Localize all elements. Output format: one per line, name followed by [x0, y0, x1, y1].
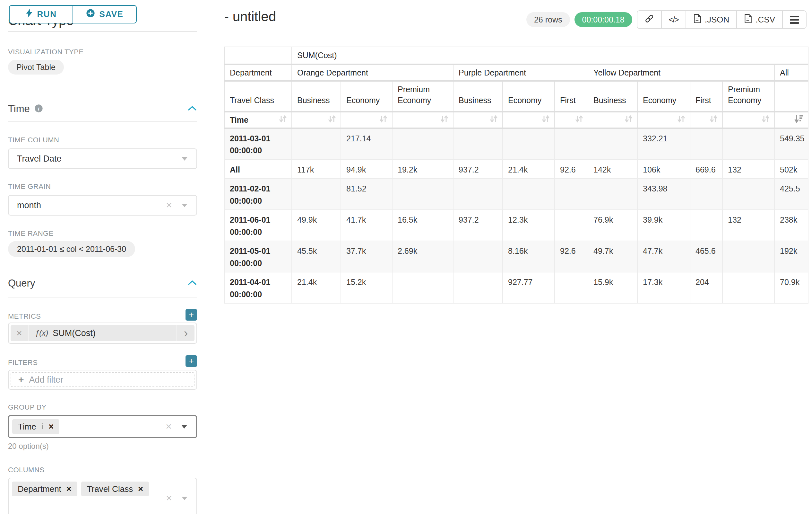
columns-label: COLUMNS: [8, 466, 197, 474]
pivot-cell: [588, 128, 637, 160]
chart-title[interactable]: - untitled: [224, 9, 276, 24]
sort-icon[interactable]: [761, 114, 770, 126]
time-column-label: TIME COLUMN: [8, 136, 197, 144]
chevron-right-icon[interactable]: ›: [176, 325, 195, 341]
export-json-button[interactable]: .JSON: [686, 11, 736, 28]
columns-chip-department[interactable]: Department ×: [12, 482, 77, 496]
column-info-icon[interactable]: i: [41, 422, 44, 431]
department-group-header: Orange Department: [292, 64, 453, 81]
columns-chip-travel-class[interactable]: Travel Class ×: [81, 482, 149, 496]
sort-icon[interactable]: [574, 114, 584, 126]
caret-down-icon: [182, 204, 187, 207]
export-csv-label: .CSV: [755, 15, 775, 25]
file-document-icon: [693, 14, 702, 25]
sort-icon[interactable]: [676, 114, 686, 126]
columns-select[interactable]: Department × Travel Class × ×: [8, 478, 197, 514]
chevron-up-icon[interactable]: [187, 105, 197, 112]
columns-chip-label: Department: [18, 484, 61, 494]
sort-descending-icon[interactable]: [794, 114, 804, 126]
save-button[interactable]: SAVE: [73, 5, 137, 23]
pivot-cell: 502k: [775, 160, 808, 179]
filters-field: + Add filter: [8, 370, 197, 390]
sort-header[interactable]: [588, 112, 637, 128]
clear-icon[interactable]: ×: [166, 200, 172, 210]
pivot-cell: 332.21: [637, 128, 690, 160]
pivot-cell: 425.5: [775, 179, 808, 210]
chart-area: - untitled 26 rows 00:00:00.18 </> .JSON: [208, 0, 812, 514]
sort-header[interactable]: [392, 112, 453, 128]
row-header: 2011-04-01 00:00:00: [224, 272, 292, 303]
add-filter-button[interactable]: + Add filter: [10, 372, 195, 387]
add-metric-button[interactable]: +: [185, 309, 197, 321]
pivot-cell: 15.2k: [341, 272, 392, 303]
remove-chip-icon[interactable]: ×: [138, 484, 143, 494]
metric-chip-label: SUM(Cost): [53, 328, 96, 338]
remove-chip-icon[interactable]: ×: [49, 422, 54, 432]
pivot-cell: 39.9k: [637, 210, 690, 241]
query-section-title: Query: [8, 277, 35, 289]
pivot-cell: [453, 241, 502, 272]
pivot-row: 2011-02-01 00:00:0081.52343.98425.5: [224, 179, 808, 210]
query-section-header[interactable]: Query: [8, 277, 197, 289]
columns-chip-label: Travel Class: [87, 484, 133, 494]
sort-header[interactable]: [690, 112, 722, 128]
clear-icon[interactable]: ×: [166, 493, 172, 503]
sort-icon[interactable]: [327, 114, 337, 126]
row-header: 2011-03-01 00:00:00: [224, 128, 292, 160]
sort-icon[interactable]: [489, 114, 498, 126]
sort-icon[interactable]: [278, 114, 288, 126]
sort-icon[interactable]: [709, 114, 718, 126]
pivot-cell: [502, 179, 555, 210]
time-range-pill[interactable]: 2011-01-01 ≤ col < 2011-06-30: [8, 241, 135, 257]
travel-class-header: Economy: [637, 81, 690, 112]
pivot-cell: [392, 128, 453, 160]
sort-header[interactable]: [453, 112, 502, 128]
department-group-header: Purple Department: [453, 64, 588, 81]
sort-header[interactable]: [555, 112, 588, 128]
pivot-cell: [555, 210, 588, 241]
visualization-type-pill[interactable]: Pivot Table: [8, 60, 64, 75]
pivot-cell: 238k: [775, 210, 808, 241]
menu-button[interactable]: [782, 11, 806, 28]
pivot-cell: [690, 179, 722, 210]
export-csv-button[interactable]: .CSV: [736, 11, 782, 28]
pivot-cell: 217.14: [341, 128, 392, 160]
pivot-cell: 47.7k: [637, 241, 690, 272]
code-icon: </>: [669, 15, 678, 24]
add-filter-plus-button[interactable]: +: [185, 355, 197, 367]
pivot-cell: 16.5k: [392, 210, 453, 241]
chevron-up-icon[interactable]: [187, 280, 197, 287]
pivot-cell: 21.4k: [292, 272, 341, 303]
caret-down-icon: [182, 497, 187, 500]
embed-code-button[interactable]: </>: [661, 11, 686, 28]
share-link-button[interactable]: [637, 11, 661, 28]
time-column-select[interactable]: Travel Date: [8, 148, 197, 169]
sort-icon[interactable]: [439, 114, 449, 126]
sort-header[interactable]: [722, 112, 775, 128]
sort-header[interactable]: [292, 112, 341, 128]
sort-header[interactable]: [637, 112, 690, 128]
remove-chip-icon[interactable]: ×: [66, 484, 71, 494]
sort-header[interactable]: [502, 112, 555, 128]
row-dimension-sort-header[interactable]: Time: [224, 112, 292, 128]
sort-icon[interactable]: [378, 114, 388, 126]
pivot-corner-cell: [224, 47, 292, 64]
pivot-cell: 41.7k: [341, 210, 392, 241]
run-button[interactable]: RUN: [9, 5, 73, 23]
remove-metric-icon[interactable]: ×: [10, 325, 29, 341]
plus-icon: +: [18, 374, 24, 385]
sort-header[interactable]: [341, 112, 392, 128]
sort-icon[interactable]: [541, 114, 550, 126]
divider: [8, 31, 197, 32]
clear-icon[interactable]: ×: [166, 421, 172, 431]
time-grain-select[interactable]: month ×: [8, 195, 197, 216]
sort-icon[interactable]: [624, 114, 633, 126]
sort-header-active[interactable]: [775, 112, 808, 128]
group-by-select[interactable]: Time i × ×: [8, 415, 197, 438]
group-by-chip-time[interactable]: Time i ×: [12, 419, 59, 434]
metrics-label: METRICS: [8, 312, 41, 321]
metric-chip[interactable]: × ƒ(x) SUM(Cost) ›: [10, 325, 195, 341]
time-section-header[interactable]: Time i: [8, 103, 197, 115]
pivot-cell: 15.9k: [588, 272, 637, 303]
pivot-cell: 106k: [637, 160, 690, 179]
